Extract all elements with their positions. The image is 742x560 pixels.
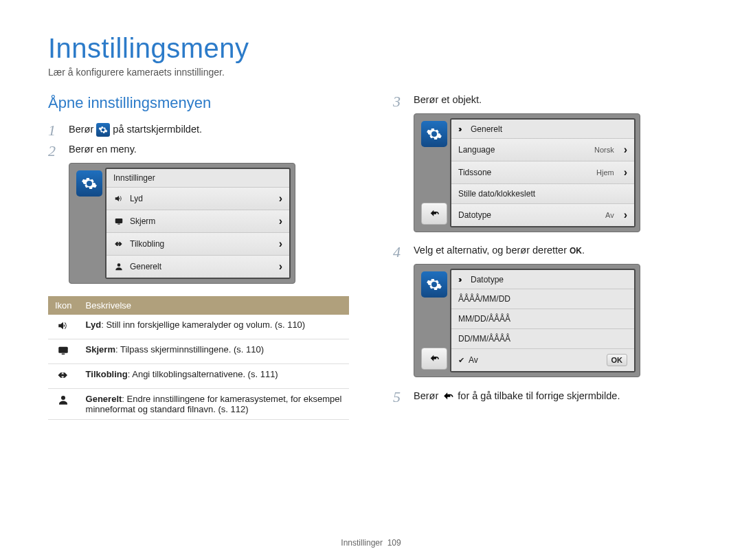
general-icon (113, 262, 124, 271)
settings-device-screenshot: Innstillinger Lyd › Skjerm › Tilkobling (69, 163, 295, 284)
general-icon (48, 389, 79, 420)
table-head-desc: Beskrivelse (79, 296, 349, 315)
chevron-right-icon: › (624, 209, 627, 221)
sound-icon (113, 194, 124, 203)
table-row: Lyd: Still inn forskjellige kameralyder … (48, 315, 349, 339)
page-footer: Innstillinger 109 (0, 538, 742, 548)
datetype-option[interactable]: DD/MM/ÅÅÅÅ (451, 329, 634, 349)
sound-icon (48, 315, 79, 339)
table-row: Generelt: Endre innstillingene for kamer… (48, 389, 349, 420)
screen-title: ›› Generelt (451, 120, 634, 139)
display-icon (48, 339, 79, 364)
connect-icon (113, 239, 124, 249)
step-5: Berør for å gå tilbake til forrige skjer… (393, 390, 694, 403)
step-1: Berør på startskjermbildet. (48, 123, 349, 137)
general-row-language[interactable]: Language Norsk › (451, 139, 634, 161)
chevron-right-icon: › (279, 215, 282, 227)
settings-row-connect[interactable]: Tilkobling › (106, 233, 289, 256)
display-icon (113, 216, 124, 226)
page-title: Innstillingsmeny (48, 33, 694, 64)
step-2: Berør en meny. (48, 144, 349, 155)
page-subtitle: Lær å konfigurere kameraets innstillinge… (48, 67, 694, 78)
gear-icon (421, 271, 447, 298)
screen-title: Innstillinger (106, 169, 289, 188)
table-row: Tilkobling: Angi tilkoblingsalternativen… (48, 364, 349, 389)
datetype-option-selected[interactable]: Av OK (451, 349, 634, 371)
section-heading: Åpne innstillingsmenyen (48, 94, 349, 112)
general-row-datetype[interactable]: Datotype Av › (451, 204, 634, 226)
chevron-right-icon: › (279, 192, 282, 205)
gear-icon (421, 121, 447, 147)
datetype-option[interactable]: MM/DD/ÅÅÅÅ (451, 309, 634, 329)
icon-description-table: Ikon Beskrivelse Lyd: Still inn forskjel… (48, 296, 349, 420)
table-head-icon: Ikon (48, 296, 79, 315)
gear-icon (96, 123, 110, 137)
general-device-screenshot: ›› Generelt Language Norsk › Tidssone Hj… (414, 113, 640, 232)
settings-row-general[interactable]: Generelt › (106, 256, 289, 278)
chevron-right-icon: › (624, 166, 627, 179)
screen-title: ›› Datotype (451, 270, 634, 289)
datetype-device-screenshot: ›› Datotype ÅÅÅÅ/MM/DD MM/DD/ÅÅÅÅ DD/MM/… (414, 264, 640, 377)
gear-icon (76, 170, 102, 197)
settings-row-sound[interactable]: Lyd › (106, 188, 289, 210)
back-button[interactable] (421, 203, 447, 225)
chevron-right-icon: ›› (458, 124, 460, 134)
step-4: Velg et alternativ, og berør deretter OK… (393, 245, 694, 256)
settings-row-display[interactable]: Skjerm › (106, 210, 289, 233)
ok-icon: OK (570, 246, 582, 256)
chevron-right-icon: › (279, 238, 282, 250)
general-row-setdatetime[interactable]: Stille dato/klokkeslett (451, 184, 634, 204)
table-row: Skjerm: Tilpass skjerminnstillingene. (s… (48, 339, 349, 364)
back-button[interactable] (421, 348, 447, 370)
general-row-timezone[interactable]: Tidssone Hjem › (451, 161, 634, 184)
connect-icon (48, 364, 79, 389)
chevron-right-icon: › (279, 260, 282, 273)
step-3: Berør et objekt. (393, 94, 694, 105)
chevron-right-icon: › (624, 144, 627, 156)
datetype-option[interactable]: ÅÅÅÅ/MM/DD (451, 289, 634, 309)
ok-button[interactable]: OK (607, 354, 628, 366)
chevron-right-icon: ›› (458, 274, 460, 284)
back-icon (441, 390, 455, 403)
